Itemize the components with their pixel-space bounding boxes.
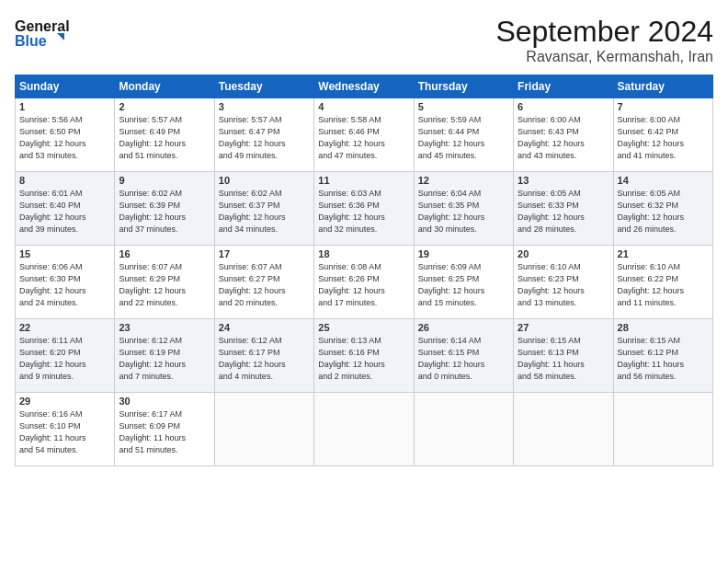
day-number: 19: [418, 248, 509, 259]
day-number: 8: [19, 175, 110, 186]
day-info: Sunrise: 6:02 AM Sunset: 6:39 PM Dayligh…: [119, 188, 210, 236]
table-row: 5Sunrise: 5:59 AM Sunset: 6:44 PM Daylig…: [414, 98, 513, 172]
day-number: 27: [518, 322, 609, 333]
day-number: 23: [119, 322, 210, 333]
day-number: 20: [518, 248, 609, 259]
day-info: Sunrise: 6:07 AM Sunset: 6:27 PM Dayligh…: [219, 261, 310, 309]
svg-text:Blue: Blue: [15, 33, 47, 49]
calendar-week-row: 22Sunrise: 6:11 AM Sunset: 6:20 PM Dayli…: [16, 319, 713, 393]
day-number: 18: [318, 248, 409, 259]
table-row: 7Sunrise: 6:00 AM Sunset: 6:42 PM Daylig…: [613, 98, 712, 172]
day-info: Sunrise: 6:09 AM Sunset: 6:25 PM Dayligh…: [418, 261, 509, 309]
day-info: Sunrise: 6:00 AM Sunset: 6:43 PM Dayligh…: [518, 114, 609, 162]
header-sunday: Sunday: [16, 75, 115, 98]
day-number: 14: [618, 175, 709, 186]
table-row: 14Sunrise: 6:05 AM Sunset: 6:32 PM Dayli…: [613, 172, 712, 246]
calendar-header-row: Sunday Monday Tuesday Wednesday Thursday…: [16, 75, 713, 98]
day-number: 7: [618, 101, 709, 112]
day-info: Sunrise: 5:59 AM Sunset: 6:44 PM Dayligh…: [418, 114, 509, 162]
calendar-week-row: 29Sunrise: 6:16 AM Sunset: 6:10 PM Dayli…: [16, 393, 713, 466]
day-info: Sunrise: 5:58 AM Sunset: 6:46 PM Dayligh…: [318, 114, 409, 162]
day-info: Sunrise: 6:08 AM Sunset: 6:26 PM Dayligh…: [318, 261, 409, 309]
table-row: 21Sunrise: 6:10 AM Sunset: 6:22 PM Dayli…: [613, 246, 712, 319]
title-block: September 2024 Ravansar, Kermanshah, Ira…: [495, 15, 713, 65]
day-number: 10: [219, 175, 310, 186]
header-saturday: Saturday: [613, 75, 712, 98]
day-number: 24: [219, 322, 310, 333]
day-number: 6: [518, 101, 609, 112]
table-row: 4Sunrise: 5:58 AM Sunset: 6:46 PM Daylig…: [314, 98, 414, 172]
header-friday: Friday: [514, 75, 613, 98]
day-info: Sunrise: 6:04 AM Sunset: 6:35 PM Dayligh…: [418, 188, 509, 236]
day-info: Sunrise: 6:06 AM Sunset: 6:30 PM Dayligh…: [19, 261, 110, 309]
day-info: Sunrise: 6:12 AM Sunset: 6:19 PM Dayligh…: [119, 335, 210, 383]
day-info: Sunrise: 5:57 AM Sunset: 6:47 PM Dayligh…: [219, 114, 310, 162]
calendar-week-row: 1Sunrise: 5:56 AM Sunset: 6:50 PM Daylig…: [16, 98, 713, 172]
calendar-subtitle: Ravansar, Kermanshah, Iran: [495, 49, 713, 65]
calendar-week-row: 8Sunrise: 6:01 AM Sunset: 6:40 PM Daylig…: [16, 172, 713, 246]
table-row: 8Sunrise: 6:01 AM Sunset: 6:40 PM Daylig…: [16, 172, 115, 246]
day-info: Sunrise: 6:16 AM Sunset: 6:10 PM Dayligh…: [19, 408, 110, 456]
day-info: Sunrise: 6:17 AM Sunset: 6:09 PM Dayligh…: [119, 408, 210, 456]
table-row: 24Sunrise: 6:12 AM Sunset: 6:17 PM Dayli…: [214, 319, 313, 393]
day-info: Sunrise: 5:57 AM Sunset: 6:49 PM Dayligh…: [119, 114, 210, 162]
day-number: 13: [518, 175, 609, 186]
svg-marker-2: [57, 33, 64, 40]
table-row: 20Sunrise: 6:10 AM Sunset: 6:23 PM Dayli…: [514, 246, 613, 319]
table-row: 12Sunrise: 6:04 AM Sunset: 6:35 PM Dayli…: [414, 172, 513, 246]
table-row: 13Sunrise: 6:05 AM Sunset: 6:33 PM Dayli…: [514, 172, 613, 246]
table-row: [514, 393, 613, 466]
table-row: 17Sunrise: 6:07 AM Sunset: 6:27 PM Dayli…: [214, 246, 313, 319]
day-info: Sunrise: 6:12 AM Sunset: 6:17 PM Dayligh…: [219, 335, 310, 383]
day-number: 9: [119, 175, 210, 186]
table-row: 19Sunrise: 6:09 AM Sunset: 6:25 PM Dayli…: [414, 246, 513, 319]
table-row: 22Sunrise: 6:11 AM Sunset: 6:20 PM Dayli…: [16, 319, 115, 393]
day-number: 11: [318, 175, 409, 186]
table-row: 15Sunrise: 6:06 AM Sunset: 6:30 PM Dayli…: [16, 246, 115, 319]
table-row: [414, 393, 513, 466]
day-number: 17: [219, 248, 310, 259]
day-number: 1: [19, 101, 110, 112]
day-info: Sunrise: 6:01 AM Sunset: 6:40 PM Dayligh…: [19, 188, 110, 236]
table-row: 2Sunrise: 5:57 AM Sunset: 6:49 PM Daylig…: [115, 98, 214, 172]
day-number: 22: [19, 322, 110, 333]
day-info: Sunrise: 6:13 AM Sunset: 6:16 PM Dayligh…: [318, 335, 409, 383]
table-row: [613, 393, 712, 466]
day-info: Sunrise: 5:56 AM Sunset: 6:50 PM Dayligh…: [19, 114, 110, 162]
day-number: 2: [119, 101, 210, 112]
day-number: 26: [418, 322, 509, 333]
table-row: 26Sunrise: 6:14 AM Sunset: 6:15 PM Dayli…: [414, 319, 513, 393]
table-row: 29Sunrise: 6:16 AM Sunset: 6:10 PM Dayli…: [16, 393, 115, 466]
day-info: Sunrise: 6:05 AM Sunset: 6:33 PM Dayligh…: [518, 188, 609, 236]
table-row: 1Sunrise: 5:56 AM Sunset: 6:50 PM Daylig…: [16, 98, 115, 172]
day-number: 29: [19, 396, 110, 407]
table-row: 11Sunrise: 6:03 AM Sunset: 6:36 PM Dayli…: [314, 172, 414, 246]
logo: General Blue: [15, 15, 70, 59]
day-info: Sunrise: 6:05 AM Sunset: 6:32 PM Dayligh…: [618, 188, 709, 236]
day-number: 3: [219, 101, 310, 112]
table-row: 30Sunrise: 6:17 AM Sunset: 6:09 PM Dayli…: [115, 393, 214, 466]
table-row: 9Sunrise: 6:02 AM Sunset: 6:39 PM Daylig…: [115, 172, 214, 246]
day-number: 30: [119, 396, 210, 407]
day-info: Sunrise: 6:02 AM Sunset: 6:37 PM Dayligh…: [219, 188, 310, 236]
day-info: Sunrise: 6:15 AM Sunset: 6:13 PM Dayligh…: [518, 335, 609, 383]
table-row: [314, 393, 414, 466]
day-info: Sunrise: 6:10 AM Sunset: 6:23 PM Dayligh…: [518, 261, 609, 309]
day-number: 4: [318, 101, 409, 112]
table-row: 27Sunrise: 6:15 AM Sunset: 6:13 PM Dayli…: [514, 319, 613, 393]
page-header: General Blue September 2024 Ravansar, Ke…: [15, 15, 713, 65]
header-thursday: Thursday: [414, 75, 513, 98]
table-row: 28Sunrise: 6:15 AM Sunset: 6:12 PM Dayli…: [613, 319, 712, 393]
calendar-title: September 2024: [495, 15, 713, 49]
day-number: 25: [318, 322, 409, 333]
table-row: 18Sunrise: 6:08 AM Sunset: 6:26 PM Dayli…: [314, 246, 414, 319]
header-wednesday: Wednesday: [314, 75, 414, 98]
day-number: 21: [618, 248, 709, 259]
day-number: 12: [418, 175, 509, 186]
header-tuesday: Tuesday: [214, 75, 313, 98]
svg-text:General: General: [15, 18, 70, 34]
day-info: Sunrise: 6:07 AM Sunset: 6:29 PM Dayligh…: [119, 261, 210, 309]
day-info: Sunrise: 6:15 AM Sunset: 6:12 PM Dayligh…: [618, 335, 709, 383]
table-row: 6Sunrise: 6:00 AM Sunset: 6:43 PM Daylig…: [514, 98, 613, 172]
logo-icon: General Blue: [15, 15, 70, 55]
